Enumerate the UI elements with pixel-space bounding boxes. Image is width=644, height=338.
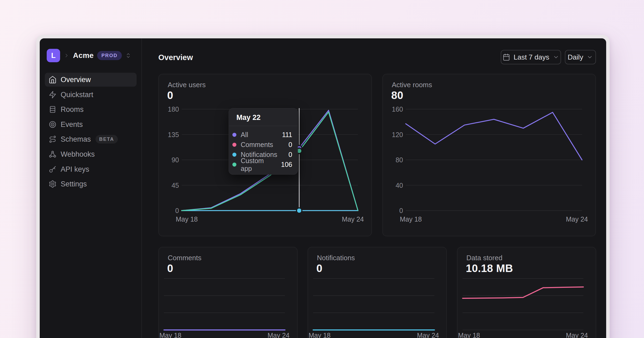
org-logo-letter: L [51,52,56,60]
card-data-stored-value: 10.18 MB [466,262,513,274]
sidebar-item-quickstart[interactable]: Quickstart [45,88,137,102]
org-logo: L [47,49,60,62]
sidebar-item-label: Webhooks [61,150,95,159]
target-icon [49,120,57,128]
webhook-icon [49,150,57,158]
interval-label: Daily [568,53,583,61]
series-value: 111 [282,131,292,139]
series-dot [232,153,236,157]
tooltip-row: Custom app106 [229,160,298,170]
chart-tooltip: May 22 All111Comments0Notifications0Cust… [229,108,298,175]
tooltip-divider [229,126,298,126]
zap-icon [49,91,57,99]
series-dot [232,163,236,167]
calendar-icon [503,53,510,61]
date-range-label: Last 7 days [514,53,549,61]
sidebar-item-overview[interactable]: Overview [45,73,137,87]
card-active-rooms-label: Active rooms [392,81,432,89]
card-comments-value: 0 [167,262,173,274]
sidebar-item-label: Events [61,120,83,129]
chart-tooltip-title: May 22 [229,108,298,126]
date-range-button[interactable]: Last 7 days [501,50,561,64]
tooltip-row: Comments0 [229,140,298,150]
card-notifications: Notifications 0 [308,247,447,338]
home-icon [49,76,57,84]
sidebar-item-events[interactable]: Events [45,117,137,131]
gear-icon [49,180,57,188]
sidebar-item-rooms[interactable]: Rooms [45,102,137,116]
series-label: Comments [241,141,284,149]
card-comments-label: Comments [168,254,202,262]
sidebar-item-webhooks[interactable]: Webhooks [45,147,137,161]
sidebar: L Acme PROD OverviewQuickstartRoomsEvent… [40,38,142,338]
sidebar-item-label: API keys [61,165,89,174]
rooms-icon [49,105,57,113]
card-notifications-label: Notifications [317,254,355,262]
card-data-stored-label: Data stored [466,254,502,262]
series-label: Custom app [241,157,277,172]
app-window-inner: L Acme PROD OverviewQuickstartRoomsEvent… [40,38,606,338]
schema-icon [49,135,57,143]
sidebar-item-settings[interactable]: Settings [45,177,137,191]
chevron-down-icon [553,54,559,60]
chevron-right-icon [64,53,69,58]
series-value: 0 [288,151,292,159]
card-data-stored: Data stored 10.18 MB [457,247,596,338]
series-dot [232,143,236,147]
tooltip-rows: All111Comments0Notifications0Custom app1… [229,130,298,170]
beta-badge: BETA [96,135,118,144]
series-value: 106 [281,161,292,168]
page-title: Overview [158,53,193,62]
sidebar-item-label: Overview [61,76,91,84]
org-name: Acme [73,51,94,60]
tooltip-row: All111 [229,130,298,140]
series-dot [232,133,236,137]
chevrons-up-down-icon [125,53,131,58]
env-badge: PROD [97,51,122,60]
card-active-users-value: 0 [167,89,173,101]
sidebar-item-label: Settings [61,180,87,188]
app-window: L Acme PROD OverviewQuickstartRoomsEvent… [36,35,610,338]
sidebar-item-label: Rooms [61,105,84,114]
card-active-rooms-value: 80 [391,89,403,101]
series-label: All [241,131,278,139]
card-active-rooms: Active rooms 80 [382,74,596,236]
sidebar-item-api-keys[interactable]: API keys [45,162,137,176]
series-value: 0 [288,141,292,149]
card-comments: Comments 0 [158,247,298,338]
sidebar-item-label: Schemas [61,135,91,144]
card-active-users-label: Active users [168,81,206,89]
org-switcher[interactable]: L Acme PROD [47,49,131,62]
interval-button[interactable]: Daily [565,50,596,64]
key-icon [49,165,57,173]
sidebar-item-label: Quickstart [61,91,93,99]
card-notifications-value: 0 [316,262,323,274]
chevron-down-icon [587,54,593,60]
sidebar-item-schemas[interactable]: SchemasBETA [45,132,137,146]
